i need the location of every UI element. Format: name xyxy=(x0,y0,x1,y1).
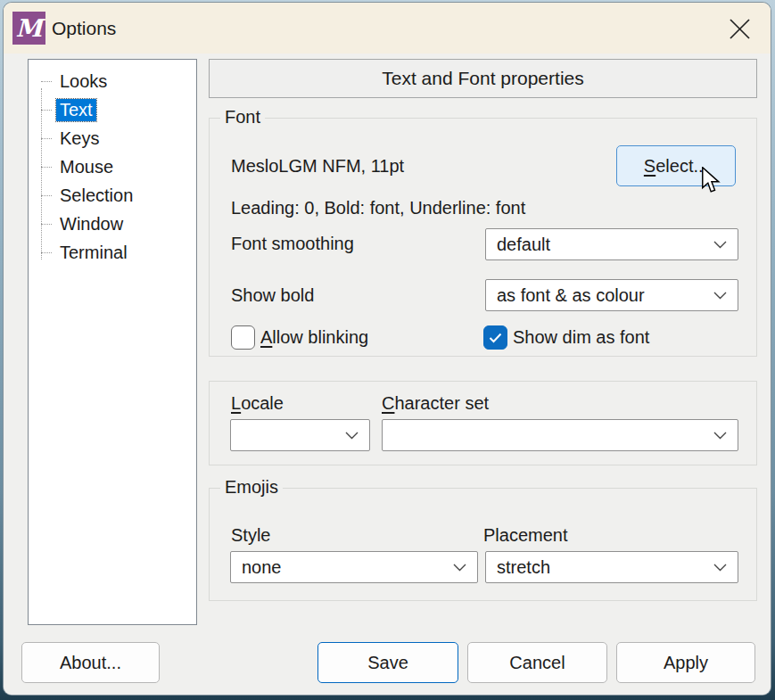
show-dim-row: Show dim as font xyxy=(483,325,649,350)
window-title: Options xyxy=(52,18,116,39)
tree-twig xyxy=(41,81,52,82)
title-bar: M Options xyxy=(4,3,771,54)
options-dialog: M Options Looks Text xyxy=(3,2,771,696)
chevron-down-icon xyxy=(453,564,466,572)
font-name-text: MesloLGM NFM, 11pt xyxy=(231,156,404,177)
font-select-button[interactable]: Select... xyxy=(616,145,736,186)
allow-blinking-row: Allow blinking xyxy=(231,325,368,350)
sidebar-item-mouse[interactable]: Mouse xyxy=(29,152,196,181)
tree-twig xyxy=(41,195,52,196)
chevron-down-icon xyxy=(713,564,727,572)
tree-twig xyxy=(41,110,52,111)
font-smoothing-select[interactable]: default xyxy=(485,228,738,260)
locale-select[interactable] xyxy=(230,419,370,451)
show-dim-label[interactable]: Show dim as font xyxy=(513,327,649,348)
settings-panel: Text and Font properties Font MesloLGM N… xyxy=(209,54,757,696)
emoji-group-legend: Emojis xyxy=(220,477,283,498)
tree-twig xyxy=(41,138,52,139)
sidebar-item-text[interactable]: Text xyxy=(29,95,196,124)
emoji-style-label: Style xyxy=(231,525,270,546)
tree-twig xyxy=(41,252,52,253)
font-details-text: Leading: 0, Bold: font, Underline: font xyxy=(231,198,525,218)
close-button[interactable] xyxy=(724,13,754,44)
pane-header: Text and Font properties xyxy=(209,59,757,98)
allow-blinking-label[interactable]: Allow blinking xyxy=(260,327,368,348)
about-button[interactable]: About... xyxy=(21,642,160,683)
chevron-down-icon xyxy=(345,432,359,440)
sidebar-item-looks[interactable]: Looks xyxy=(29,67,196,95)
emoji-placement-label: Placement xyxy=(483,525,568,546)
tree-twig xyxy=(41,167,52,168)
show-bold-select[interactable]: as font & as colour xyxy=(485,279,738,311)
category-tree: Looks Text Keys Mouse Selection xyxy=(28,59,197,625)
font-group-legend: Font xyxy=(220,107,265,128)
save-button[interactable]: Save xyxy=(317,642,458,683)
close-icon xyxy=(730,19,750,39)
apply-button[interactable]: Apply xyxy=(616,642,755,683)
chevron-down-icon xyxy=(713,292,727,300)
allow-blinking-checkbox[interactable] xyxy=(231,325,255,350)
sidebar-item-terminal[interactable]: Terminal xyxy=(29,238,196,267)
sidebar-item-keys[interactable]: Keys xyxy=(29,124,196,152)
charset-select[interactable] xyxy=(382,419,738,451)
locale-label: Locale xyxy=(231,393,284,414)
chevron-down-icon xyxy=(713,432,727,440)
tree-line xyxy=(41,88,42,259)
sidebar-item-window[interactable]: Window xyxy=(29,210,196,238)
dialog-body: Looks Text Keys Mouse Selection xyxy=(4,54,771,695)
charset-label: Character set xyxy=(382,393,489,414)
emoji-style-select[interactable]: none xyxy=(230,551,478,583)
cancel-button[interactable]: Cancel xyxy=(467,642,607,683)
show-dim-checkbox[interactable] xyxy=(483,325,507,350)
tree-twig xyxy=(41,224,52,225)
check-icon xyxy=(489,333,502,343)
emoji-placement-select[interactable]: stretch xyxy=(485,551,738,583)
chevron-down-icon xyxy=(713,241,727,249)
font-smoothing-label: Font smoothing xyxy=(231,234,354,254)
pane-title: Text and Font properties xyxy=(382,68,583,89)
mintty-logo-icon: M xyxy=(12,12,45,45)
sidebar-item-selection[interactable]: Selection xyxy=(29,181,196,210)
show-bold-label: Show bold xyxy=(231,285,314,306)
